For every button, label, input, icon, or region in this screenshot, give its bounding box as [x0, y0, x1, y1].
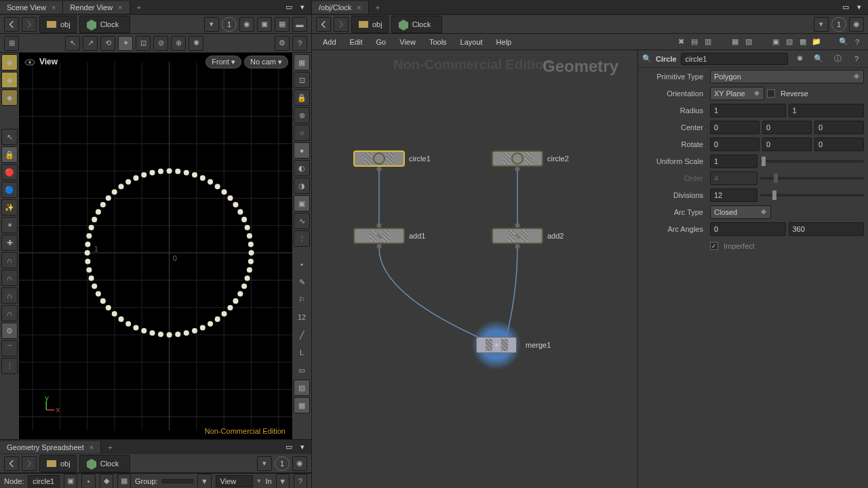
view-number[interactable]: 1	[831, 17, 846, 32]
red-tool[interactable]: 🔴	[1, 164, 18, 180]
lock-tool[interactable]: 🔒	[1, 146, 18, 163]
magnet1-tool[interactable]: ∩	[1, 252, 18, 268]
select-tool[interactable]: ↖	[65, 36, 80, 51]
r-tool-1[interactable]: ▦	[294, 54, 310, 70]
group-field[interactable]	[162, 479, 194, 483]
grid2-icon[interactable]: ▧	[742, 35, 755, 49]
gear-tool[interactable]: ⚙	[1, 323, 18, 339]
window-icon[interactable]: ▭	[284, 443, 294, 452]
flash-tool[interactable]: ✺	[189, 36, 203, 51]
filter-button[interactable]: ▼	[197, 474, 211, 489]
forward-button[interactable]	[334, 17, 349, 32]
record-button[interactable]: ◉	[849, 17, 864, 32]
move-tool[interactable]: ↗	[83, 36, 98, 51]
burst-tool[interactable]: ✴	[1, 217, 18, 233]
max-button[interactable]: ▬	[292, 17, 307, 32]
sb-btn4[interactable]: ▦	[117, 474, 131, 489]
sticky-icon[interactable]: ▨	[783, 35, 796, 49]
back-button[interactable]	[4, 17, 19, 32]
chevron-down-icon[interactable]: ▾	[298, 3, 307, 12]
gear-icon[interactable]: ✱	[792, 52, 807, 66]
reverse-checkbox[interactable]	[767, 89, 775, 98]
sb-btn2[interactable]: •	[81, 474, 95, 489]
imperfect-checkbox[interactable]	[710, 242, 718, 250]
tab-add-button[interactable]: +	[130, 1, 148, 14]
filter2-button[interactable]: ▼	[276, 474, 290, 489]
box-icon[interactable]: ▭	[294, 362, 310, 378]
close-icon[interactable]: ×	[90, 443, 94, 451]
close-icon[interactable]: ×	[52, 3, 56, 12]
help-button[interactable]: ?	[292, 36, 307, 51]
arcangle-start[interactable]: 0	[710, 222, 786, 236]
window-icon[interactable]: ▭	[284, 3, 294, 12]
radius-x[interactable]: 1	[710, 104, 786, 117]
primtype-dropdown[interactable]: Polygon	[710, 70, 864, 83]
sb-btn3[interactable]: ◆	[100, 474, 113, 489]
sb-btn1[interactable]: ▣	[64, 474, 77, 489]
magnet3-tool[interactable]: ∩	[1, 287, 18, 304]
folder-icon[interactable]: 📁	[810, 35, 823, 49]
color-icon[interactable]: ▩	[796, 35, 810, 49]
r-tool-4[interactable]: ⊗	[294, 107, 310, 123]
list2-icon[interactable]: ▥	[701, 35, 715, 49]
view-number[interactable]: 1	[275, 456, 290, 471]
info-icon[interactable]: ⓘ	[830, 52, 845, 66]
magnet2-tool[interactable]: ∩	[1, 270, 18, 286]
menu-add[interactable]: Add	[316, 35, 343, 49]
close-icon[interactable]: ×	[357, 3, 361, 12]
disable-tool[interactable]: ⊘	[153, 36, 168, 51]
rotate-tool[interactable]: ⟲	[100, 36, 115, 51]
l-icon[interactable]: L	[294, 344, 310, 361]
window-icon[interactable]: ▭	[841, 3, 850, 12]
viewport[interactable]: 0 1 x y View Front ▾ No cam ▾ Non-Commer…	[19, 53, 292, 439]
node-add1[interactable]: ∿ add1	[353, 228, 425, 244]
node-circle2[interactable]: circle2	[492, 150, 569, 167]
menu-go[interactable]: Go	[370, 35, 393, 49]
search-icon[interactable]: 🔍	[642, 54, 652, 63]
tab-add-button[interactable]: +	[101, 441, 119, 453]
arcangle-end[interactable]: 360	[789, 222, 865, 236]
forward-button[interactable]	[22, 456, 37, 471]
r-tool-7[interactable]: ◐	[294, 160, 310, 176]
tool-1[interactable]: ◆	[1, 54, 18, 70]
axis-tool[interactable]: ✚	[1, 235, 18, 251]
search-icon[interactable]: 🔍	[837, 35, 850, 49]
node-merge1[interactable]: ✴ merge1	[471, 320, 551, 370]
shade-icon[interactable]: ▨	[294, 380, 310, 396]
chevron-down-icon[interactable]: ▾	[854, 3, 864, 12]
crumb-folder[interactable]: obj	[39, 16, 77, 33]
crumb-clock[interactable]: Clock	[79, 455, 131, 472]
rotate-x[interactable]: 0	[710, 138, 760, 151]
find-icon[interactable]: 🔍	[811, 52, 826, 66]
help-icon[interactable]: ?	[849, 52, 864, 66]
timer-tool[interactable]: ⊕	[171, 36, 186, 51]
dropdown-button[interactable]: ▾	[814, 17, 829, 32]
note-icon[interactable]: ▣	[769, 35, 783, 49]
tab-add-button[interactable]: +	[369, 1, 387, 14]
menu-view[interactable]: View	[393, 35, 422, 49]
tab-scene-view[interactable]: Scene View×	[0, 1, 63, 14]
arrow-tool[interactable]: ↖	[1, 129, 18, 145]
view-dropdown[interactable]: View	[216, 475, 254, 487]
cube-button[interactable]: ▣	[257, 17, 272, 32]
camera-pill[interactable]: No cam ▾	[244, 56, 288, 68]
center-x[interactable]: 0	[710, 121, 760, 134]
node-circle1[interactable]: circle1	[353, 150, 431, 167]
tool-2[interactable]: ◆	[1, 72, 18, 88]
back-button[interactable]	[4, 456, 19, 471]
line-icon[interactable]: ╱	[294, 327, 310, 343]
node-add2[interactable]: ∿ add2	[492, 228, 564, 244]
node-field[interactable]: circle1	[28, 475, 60, 487]
radius-y[interactable]: 1	[789, 104, 865, 117]
dots-tool[interactable]: ⋮	[1, 358, 18, 374]
divisions-slider[interactable]	[760, 194, 864, 197]
tab-geo-spreadsheet[interactable]: Geometry Spreadsheet×	[0, 441, 101, 453]
divisions-input[interactable]: 12	[710, 188, 757, 202]
back-button[interactable]	[316, 17, 331, 32]
help-button[interactable]: ?	[294, 474, 307, 489]
center-y[interactable]: 0	[762, 121, 812, 134]
check-icon[interactable]: ▩	[294, 397, 310, 413]
crumb-clock[interactable]: Clock	[391, 16, 443, 33]
settings-button[interactable]: ⚙	[275, 36, 290, 51]
r-tool-8[interactable]: ◑	[294, 178, 310, 194]
